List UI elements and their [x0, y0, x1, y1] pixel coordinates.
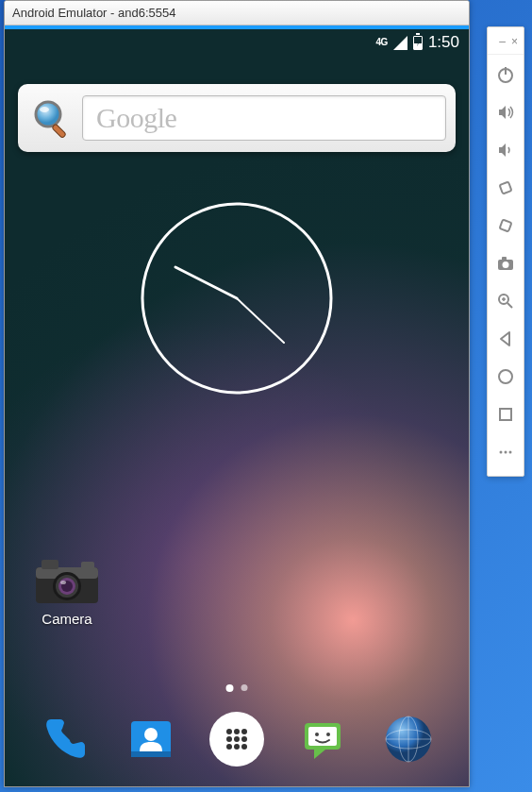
screenshot-button[interactable]: [490, 248, 521, 278]
page-indicator[interactable]: [226, 684, 248, 692]
search-input[interactable]: Google: [82, 95, 446, 141]
svg-point-50: [505, 451, 507, 454]
back-button[interactable]: [490, 324, 521, 354]
svg-point-18: [226, 729, 232, 734]
search-placeholder: Google: [96, 102, 176, 134]
search-widget[interactable]: Google: [18, 84, 456, 152]
signal-icon: [393, 36, 407, 50]
browser-app[interactable]: [380, 711, 437, 767]
status-bar[interactable]: 4G 1:50: [5, 29, 469, 56]
titlebar[interactable]: Android Emulator - and6:5554: [5, 1, 469, 25]
svg-point-25: [234, 744, 240, 750]
svg-point-23: [241, 736, 247, 742]
camera-icon: [34, 558, 100, 605]
emulator-toolbar: – ×: [487, 26, 524, 477]
power-button[interactable]: [490, 59, 521, 90]
svg-point-22: [234, 736, 240, 742]
svg-rect-38: [500, 182, 512, 194]
more-button[interactable]: [490, 437, 521, 467]
apps-button[interactable]: [208, 711, 265, 767]
svg-point-30: [326, 733, 330, 736]
svg-point-26: [241, 744, 247, 750]
clock-time: 1:50: [428, 33, 459, 52]
contacts-app[interactable]: [123, 711, 179, 767]
messaging-app[interactable]: [294, 711, 351, 767]
dock: [5, 701, 469, 777]
svg-point-24: [226, 744, 232, 750]
svg-point-0: [36, 102, 60, 126]
svg-line-5: [237, 298, 284, 343]
svg-rect-41: [502, 257, 507, 261]
window-title: Android Emulator - and6:5554: [12, 6, 175, 20]
network-indicator: 4G: [376, 38, 388, 47]
svg-rect-2: [52, 124, 67, 139]
close-button[interactable]: ×: [511, 35, 518, 48]
svg-rect-39: [500, 220, 512, 232]
svg-point-21: [226, 736, 232, 742]
svg-point-19: [234, 729, 240, 734]
camera-app-shortcut[interactable]: Camera: [29, 558, 105, 627]
analog-clock-widget[interactable]: [140, 201, 334, 396]
battery-icon: [413, 36, 423, 50]
svg-point-14: [60, 581, 66, 584]
svg-point-17: [144, 728, 158, 741]
page-dot-active: [226, 684, 234, 692]
svg-point-49: [500, 451, 503, 454]
svg-rect-9: [81, 562, 94, 569]
rotate-left-button[interactable]: [490, 173, 521, 203]
minimize-button[interactable]: –: [499, 35, 506, 48]
svg-point-1: [40, 107, 49, 112]
overview-button[interactable]: [490, 399, 521, 430]
camera-label: Camera: [29, 611, 105, 627]
emulator-window: Android Emulator - and6:5554 4G 1:50: [4, 0, 470, 787]
svg-line-4: [175, 267, 237, 298]
svg-point-29: [315, 733, 319, 736]
home-button[interactable]: [490, 362, 521, 392]
svg-rect-16: [131, 751, 171, 757]
svg-point-47: [499, 370, 512, 383]
svg-rect-8: [42, 560, 58, 569]
rotate-right-button[interactable]: [490, 211, 521, 241]
svg-point-20: [241, 729, 247, 734]
device-screen: 4G 1:50: [5, 29, 469, 786]
zoom-button[interactable]: [490, 286, 521, 316]
phone-app[interactable]: [37, 711, 93, 767]
svg-rect-48: [500, 409, 511, 420]
svg-line-44: [507, 303, 512, 308]
volume-down-button[interactable]: [490, 135, 521, 165]
volume-up-button[interactable]: [490, 97, 521, 127]
svg-point-42: [503, 261, 509, 268]
page-dot: [241, 684, 248, 691]
search-icon[interactable]: [27, 93, 76, 143]
svg-point-51: [509, 451, 512, 454]
